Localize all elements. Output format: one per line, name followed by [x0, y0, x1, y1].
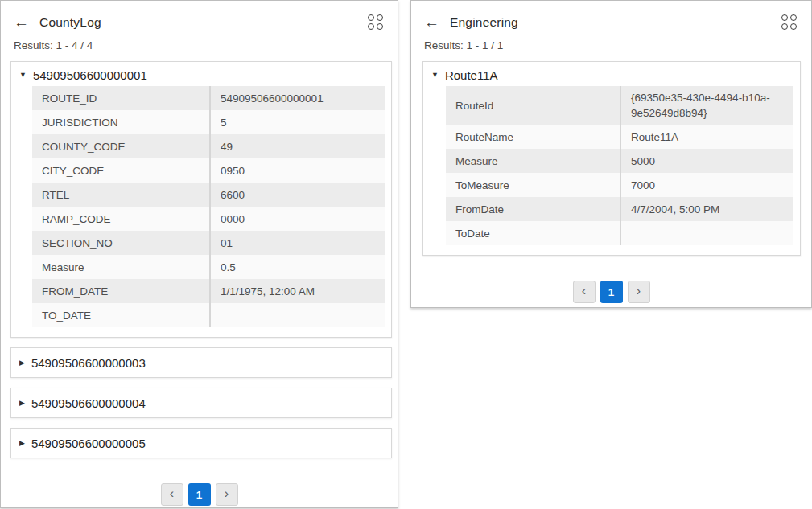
- results-count: Results: 1 - 1 / 1: [424, 39, 798, 51]
- attribute-label: RouteName: [446, 125, 620, 149]
- caret-down-icon: ▼: [19, 72, 27, 79]
- apps-grid-icon[interactable]: [780, 13, 798, 31]
- attribute-value: 0950: [209, 158, 385, 183]
- attribute-row: SECTION_NO01: [32, 231, 385, 255]
- attribute-label: RouteId: [446, 86, 620, 125]
- attribute-value: 49: [209, 134, 385, 158]
- previous-page-button[interactable]: ‹: [573, 281, 596, 303]
- attribute-label: TO_DATE: [32, 303, 209, 327]
- feature-card-header[interactable]: ▼ 54909506600000001: [11, 62, 391, 86]
- apps-grid-icon[interactable]: [366, 13, 385, 31]
- panel-title: CountyLog: [39, 15, 101, 30]
- attribute-row: TO_DATE: [32, 303, 385, 327]
- attribute-row: FromDate4/7/2004, 5:00 PM: [446, 197, 793, 221]
- attribute-value: 4/7/2004, 5:00 PM: [620, 197, 793, 221]
- feature-card-title: Route11A: [445, 68, 498, 82]
- attribute-value: 0000: [209, 207, 385, 231]
- attribute-value: 0.5: [209, 255, 385, 279]
- attribute-value: [620, 221, 793, 245]
- feature-card-collapsed[interactable]: ▶ 54909506600000005: [10, 428, 392, 458]
- caret-right-icon: ▶: [19, 359, 25, 367]
- attribute-row: ROUTE_ID54909506600000001: [32, 86, 385, 110]
- next-page-button[interactable]: ›: [216, 483, 238, 506]
- feature-card-title: 54909506600000001: [33, 68, 147, 82]
- back-icon[interactable]: ←: [14, 14, 29, 30]
- pagination: ‹ 1 ›: [411, 281, 811, 303]
- engineering-panel: ← Engineering Results: 1 - 1 / 1 ▼ Route…: [410, 0, 812, 308]
- countylog-panel: ← CountyLog Results: 1 - 4 / 4 ▼ 5490950…: [0, 0, 398, 508]
- attribute-value: 5000: [620, 149, 793, 173]
- feature-card-collapsed[interactable]: ▶ 54909506600000004: [10, 388, 392, 418]
- panel-title: Engineering: [450, 15, 518, 30]
- feature-card-title: 54909506600000003: [31, 356, 146, 370]
- feature-card-header[interactable]: ▼ Route11A: [423, 62, 800, 86]
- attribute-row: CITY_CODE0950: [32, 158, 385, 183]
- feature-card-collapsed[interactable]: ▶ 54909506600000003: [10, 347, 392, 378]
- chevron-left-icon: ‹: [582, 284, 586, 298]
- attribute-row: FROM_DATE1/1/1975, 12:00 AM: [32, 279, 385, 303]
- attribute-label: JURISDICTION: [32, 110, 209, 134]
- attribute-row: ToDate: [446, 221, 793, 245]
- attribute-label: SECTION_NO: [32, 231, 209, 255]
- attribute-row: RAMP_CODE0000: [32, 207, 385, 231]
- previous-page-button[interactable]: ‹: [161, 483, 183, 506]
- attribute-value: {69350e35-430e-4494-b10a-9e52649d8b94}: [620, 86, 793, 125]
- page: ← CountyLog Results: 1 - 4 / 4 ▼ 5490950…: [0, 0, 812, 509]
- attribute-label: RTEL: [32, 183, 209, 207]
- attribute-table: ROUTE_ID54909506600000001 JURISDICTION5 …: [32, 86, 385, 327]
- back-icon[interactable]: ←: [424, 14, 439, 30]
- attribute-row: RouteId{69350e35-430e-4494-b10a-9e52649d…: [446, 86, 793, 125]
- attribute-row: COUNTY_CODE49: [32, 134, 385, 158]
- attribute-label: CITY_CODE: [32, 158, 209, 183]
- attribute-label: ToMeasure: [446, 173, 620, 197]
- feature-card-title: 54909506600000004: [31, 396, 146, 410]
- pagination: ‹ 1 ›: [1, 483, 398, 506]
- attribute-label: FromDate: [446, 197, 620, 221]
- attribute-label: RAMP_CODE: [32, 207, 209, 231]
- caret-right-icon: ▶: [19, 400, 25, 407]
- attribute-label: ROUTE_ID: [32, 86, 209, 110]
- attribute-value: 1/1/1975, 12:00 AM: [209, 279, 385, 303]
- attribute-row: JURISDICTION5: [32, 110, 385, 134]
- attribute-value: [209, 303, 385, 327]
- attribute-label: FROM_DATE: [32, 279, 209, 303]
- caret-down-icon: ▼: [431, 72, 439, 79]
- next-page-button[interactable]: ›: [628, 281, 650, 303]
- engineering-header: ← Engineering Results: 1 - 1 / 1: [411, 1, 811, 51]
- attribute-label: Measure: [446, 149, 620, 173]
- current-page-button[interactable]: 1: [188, 483, 211, 506]
- caret-right-icon: ▶: [19, 440, 25, 447]
- feature-card-expanded: ▼ Route11A RouteId{69350e35-430e-4494-b1…: [422, 61, 801, 256]
- attribute-row: RTEL6600: [32, 183, 385, 207]
- chevron-right-icon: ›: [637, 284, 641, 298]
- attribute-value: Route11A: [620, 125, 793, 149]
- countylog-header: ← CountyLog Results: 1 - 4 / 4: [1, 1, 398, 51]
- attribute-row: Measure0.5: [32, 255, 385, 279]
- feature-card-title: 54909506600000005: [31, 437, 146, 450]
- attribute-value: 7000: [620, 173, 793, 197]
- attribute-label: Measure: [32, 255, 209, 279]
- current-page-button[interactable]: 1: [600, 281, 623, 303]
- results-count: Results: 1 - 4 / 4: [14, 39, 385, 51]
- attribute-value: 01: [209, 231, 385, 255]
- attribute-row: RouteNameRoute11A: [446, 125, 793, 149]
- attribute-row: Measure5000: [446, 149, 793, 173]
- attribute-row: ToMeasure7000: [446, 173, 793, 197]
- feature-card-expanded: ▼ 54909506600000001 ROUTE_ID549095066000…: [10, 61, 392, 338]
- chevron-left-icon: ‹: [170, 486, 174, 501]
- chevron-right-icon: ›: [225, 486, 229, 501]
- attribute-value: 5: [209, 110, 385, 134]
- attribute-table: RouteId{69350e35-430e-4494-b10a-9e52649d…: [446, 86, 793, 245]
- attribute-value: 54909506600000001: [209, 86, 385, 110]
- attribute-label: ToDate: [446, 221, 620, 245]
- attribute-value: 6600: [209, 183, 385, 207]
- attribute-label: COUNTY_CODE: [32, 134, 209, 158]
